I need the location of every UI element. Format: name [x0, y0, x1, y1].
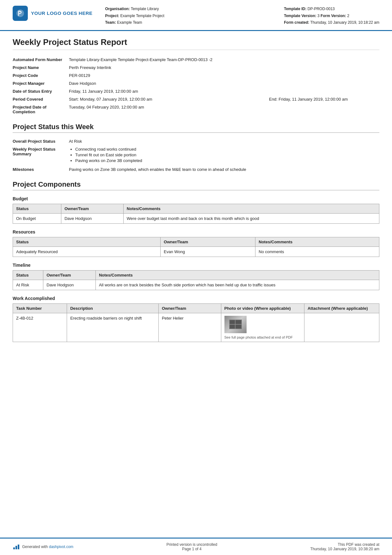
info-row: Period CoveredStart: Monday, 07 January … — [13, 95, 379, 103]
project-components-heading: Project Components — [13, 180, 379, 190]
report-title: Weekly Project Status Report — [13, 37, 379, 50]
header: YOUR LOGO GOES HERE Organisation: Templa… — [0, 0, 392, 31]
info-row: Project CodePER-00129 — [13, 72, 379, 79]
overall-status-row: Overall Project Status At Risk — [13, 137, 379, 145]
main-content: Weekly Project Status Report Automated F… — [0, 31, 392, 538]
resources-cell-status: Adequately Resourced — [13, 246, 161, 257]
work-col-owner: Owner/Team — [158, 303, 221, 313]
svg-rect-1 — [230, 320, 235, 324]
work-col-task: Task Number — [13, 303, 67, 313]
info-label: Date of Status Entry — [13, 87, 66, 95]
footer: Generated with dashpivot.com Printed ver… — [0, 538, 392, 555]
project-label: Project: — [105, 14, 119, 18]
form-created-value: Thursday, 10 January 2019, 10:18:22 am — [310, 20, 379, 25]
info-row: Date of Status EntryFriday, 11 January 2… — [13, 87, 379, 95]
timeline-subheading: Timeline — [13, 263, 379, 268]
table-row: Z-4B-012Erecting roadside barriers on ni… — [13, 313, 379, 342]
budget-col-owner: Owner/Team — [61, 204, 123, 213]
footer-link[interactable]: dashpivot.com — [49, 545, 73, 549]
budget-subheading: Budget — [13, 196, 379, 201]
budget-col-status: Status — [13, 204, 61, 213]
info-row: Project NamePerth Freeway Interlink — [13, 64, 379, 72]
timeline-col-notes: Notes/Comments — [95, 270, 379, 280]
photo-caption: See full page photos attached at end of … — [224, 335, 301, 339]
weekly-status-bullets: Connecting road works continuedTunnel fi… — [66, 145, 364, 165]
info-label: Projected Date of Completion — [13, 103, 66, 116]
weekly-status-label: Weekly Project Status Summary — [13, 145, 66, 165]
table-row: Adequately ResourcedEvan WongNo comments — [13, 246, 379, 257]
resources-cell-notes: No comments — [255, 246, 379, 257]
resources-table: Status Owner/Team Notes/Comments Adequat… — [13, 237, 379, 257]
resources-col-owner: Owner/Team — [161, 237, 255, 246]
footer-center: Printed version is uncontrolled Page 1 o… — [166, 542, 217, 551]
footer-right-line2: Thursday, 10 January 2019, 10:38:20 am — [310, 547, 379, 551]
template-id-label: Template ID: — [284, 7, 306, 11]
svg-rect-4 — [236, 325, 241, 328]
svg-rect-8 — [15, 546, 17, 549]
info-value: Template Library-Example Template Projec… — [66, 56, 266, 64]
info-value: Dave Hodgson — [66, 79, 266, 87]
form-created-label: Form created: — [284, 20, 309, 25]
work-col-attach: Attachment (Where applicable) — [304, 303, 379, 313]
milestones-label: Milestones — [13, 165, 66, 173]
budget-cell-status: On Budget — [13, 213, 61, 223]
table-row: At RiskDave HodgsonAll works are on trac… — [13, 280, 379, 290]
svg-rect-2 — [236, 320, 241, 324]
info-value2: End: Friday, 11 January 2019, 12:00:00 a… — [266, 95, 379, 103]
team-label: Team: — [105, 20, 116, 25]
timeline-cell-notes: All works are on track besides the South… — [95, 280, 379, 290]
footer-generated-text: Generated with — [22, 545, 48, 549]
timeline-col-status: Status — [13, 270, 43, 280]
org-label: Organisation: — [105, 7, 130, 11]
form-version-value: 2 — [347, 14, 349, 18]
info-value: Perth Freeway Interlink — [66, 64, 266, 72]
work-cell-photo: See full page photos attached at end of … — [221, 313, 304, 342]
work-col-desc: Description — [67, 303, 159, 313]
info-table: Automated Form NumberTemplate Library-Ex… — [13, 56, 379, 116]
work-accomplished-subheading: Work Accomplished — [13, 296, 379, 301]
work-cell-attachment — [304, 313, 379, 342]
logo-text: YOUR LOGO GOES HERE — [31, 10, 93, 16]
info-value: Start: Monday, 07 January 2019, 12:00:00… — [66, 95, 266, 103]
work-cell-task: Z-4B-012 — [13, 313, 67, 342]
info-label: Project Manager — [13, 79, 66, 87]
photo-thumbnail — [224, 316, 247, 333]
work-cell-description: Erecting roadside barriers on night shif… — [67, 313, 159, 342]
resources-col-notes: Notes/Comments — [255, 237, 379, 246]
info-row: Automated Form NumberTemplate Library-Ex… — [13, 56, 379, 64]
org-value: Template Library — [131, 7, 159, 11]
info-value: PER-00129 — [66, 72, 266, 79]
info-label: Period Covered — [13, 95, 66, 103]
template-version-value: 3 — [317, 14, 320, 18]
team-value: Example Team — [117, 20, 142, 25]
work-col-photo: Photo or video (Where applicable) — [221, 303, 304, 313]
milestones-value: Paving works on Zone 3B completed, which… — [66, 165, 379, 173]
template-version-label: Template Version: — [284, 14, 316, 18]
page-wrapper: YOUR LOGO GOES HERE Organisation: Templa… — [0, 0, 392, 555]
weekly-status-row: Weekly Project Status Summary Connecting… — [13, 145, 379, 165]
timeline-cell-status: At Risk — [13, 280, 43, 290]
budget-cell-owner: Dave Hodgson — [61, 213, 123, 223]
overall-status-value: At Risk — [66, 137, 364, 145]
header-meta-left: Organisation: Template Library Project: … — [105, 6, 284, 26]
svg-rect-3 — [230, 325, 235, 328]
table-row: On BudgetDave HodgsonWere over budget la… — [13, 213, 379, 223]
resources-cell-owner: Evan Wong — [161, 246, 255, 257]
list-item: Paving works on Zone 3B completed — [75, 158, 361, 163]
work-accomplished-table: Task Number Description Owner/Team Photo… — [13, 303, 379, 342]
bars-icon — [13, 543, 20, 551]
info-label: Project Code — [13, 72, 66, 79]
form-version-label: Form Version: — [321, 14, 346, 18]
footer-left: Generated with dashpivot.com — [13, 543, 73, 551]
timeline-table: Status Owner/Team Notes/Comments At Risk… — [13, 270, 379, 290]
svg-rect-7 — [13, 547, 15, 549]
list-item: Connecting road works continued — [75, 147, 361, 152]
info-label: Project Name — [13, 64, 66, 72]
logo-icon — [13, 6, 28, 21]
info-label: Automated Form Number — [13, 56, 66, 64]
info-row: Projected Date of CompletionTuesday, 04 … — [13, 103, 379, 116]
photo-thumb-inner — [224, 316, 247, 333]
budget-cell-notes: Were over budget last month and back on … — [123, 213, 379, 223]
info-value: Friday, 11 January 2019, 12:00:00 am — [66, 87, 266, 95]
timeline-col-owner: Owner/Team — [43, 270, 96, 280]
